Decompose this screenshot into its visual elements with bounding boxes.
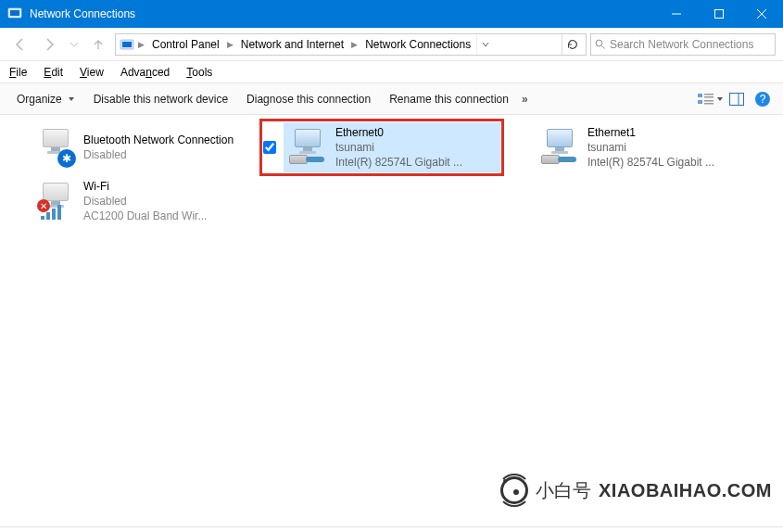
maximize-button[interactable] — [698, 0, 740, 28]
address-row: ▶ Control Panel ▶ Network and Internet ▶… — [0, 28, 783, 61]
connection-device: Intel(R) 82574L Gigabit ... — [335, 155, 462, 170]
organize-button[interactable]: Organize — [7, 89, 84, 109]
svg-rect-12 — [704, 96, 714, 98]
connection-item-bluetooth[interactable]: ✱ Bluetooth Network Connection Disabled — [9, 120, 250, 174]
status-bar: 4 items 1 item selected — [0, 526, 783, 532]
disable-device-button[interactable]: Disable this network device — [84, 89, 237, 109]
menu-tools[interactable]: Tools — [184, 64, 214, 81]
title-bar: Network Connections — [0, 0, 783, 28]
connection-status: Disabled — [83, 194, 207, 209]
svg-rect-11 — [704, 94, 714, 95]
view-options-button[interactable] — [698, 86, 724, 112]
connection-item-wifi[interactable]: ✕ Wi-Fi Disabled AC1200 Dual Band Wir... — [9, 174, 250, 228]
connection-status: tsunami — [335, 140, 462, 155]
nav-history-button[interactable] — [67, 32, 82, 57]
breadcrumb-item[interactable]: Network and Internet — [237, 34, 347, 55]
address-bar[interactable]: ▶ Control Panel ▶ Network and Internet ▶… — [115, 33, 587, 56]
nav-back-button[interactable] — [7, 32, 33, 57]
svg-point-8 — [596, 40, 602, 46]
refresh-button[interactable] — [562, 34, 582, 55]
connection-name: Ethernet1 — [587, 125, 714, 140]
chevron-right-icon[interactable]: ▶ — [136, 40, 146, 49]
svg-rect-15 — [704, 103, 714, 105]
connections-list: ✱ Bluetooth Network Connection Disabled … — [0, 115, 783, 526]
window-app-icon — [7, 6, 22, 21]
menu-view[interactable]: View — [78, 64, 106, 81]
close-button[interactable] — [740, 0, 783, 28]
svg-rect-1 — [10, 10, 19, 16]
command-bar: Organize Disable this network device Dia… — [0, 83, 783, 115]
connection-status: tsunami — [587, 140, 714, 155]
connection-device: AC1200 Dual Band Wir... — [83, 209, 207, 223]
connection-item-ethernet0[interactable]: Ethernet0 tsunami Intel(R) 82574L Gigabi… — [261, 120, 502, 174]
chevron-right-icon[interactable]: ▶ — [225, 40, 235, 49]
svg-rect-10 — [698, 94, 702, 97]
help-button[interactable]: ? — [750, 86, 776, 112]
svg-rect-3 — [715, 10, 724, 19]
rename-button[interactable]: Rename this connection — [380, 89, 518, 109]
connection-name: Bluetooth Network Connection — [83, 133, 234, 147]
connection-item-ethernet1[interactable]: Ethernet1 tsunami Intel(R) 82574L Gigabi… — [513, 120, 754, 174]
connection-status: Disabled — [83, 147, 234, 162]
location-icon — [120, 37, 134, 52]
search-icon — [595, 39, 606, 50]
nav-up-button[interactable] — [85, 32, 111, 57]
address-dropdown-button[interactable] — [476, 34, 493, 55]
chevron-right-icon[interactable]: ▶ — [349, 40, 360, 49]
menu-bar: File Edit View Advanced Tools — [0, 61, 783, 83]
ethernet-adapter-icon — [539, 127, 580, 168]
checkbox[interactable] — [263, 141, 276, 154]
search-placeholder: Search Network Connections — [610, 38, 753, 51]
svg-rect-13 — [698, 100, 702, 104]
toolbar-overflow-button[interactable]: » — [518, 93, 532, 106]
svg-line-9 — [602, 45, 605, 48]
connection-device: Intel(R) 82574L Gigabit ... — [587, 155, 714, 170]
nav-forward-button[interactable] — [37, 32, 63, 57]
ethernet-adapter-icon — [287, 127, 328, 168]
menu-file[interactable]: File — [7, 64, 29, 81]
search-input[interactable]: Search Network Connections — [590, 33, 776, 56]
svg-rect-14 — [704, 100, 714, 102]
connection-name: Wi-Fi — [83, 179, 207, 194]
preview-pane-button[interactable] — [724, 86, 750, 112]
svg-rect-16 — [730, 93, 744, 105]
svg-text:?: ? — [760, 93, 766, 106]
wifi-adapter-icon: ✕ — [35, 181, 76, 222]
breadcrumb-item[interactable]: Network Connections — [361, 34, 474, 55]
svg-rect-7 — [122, 42, 132, 47]
menu-edit[interactable]: Edit — [42, 64, 65, 81]
diagnose-button[interactable]: Diagnose this connection — [237, 89, 380, 109]
breadcrumb-item[interactable]: Control Panel — [148, 34, 223, 55]
bluetooth-adapter-icon: ✱ — [35, 127, 76, 168]
menu-advanced[interactable]: Advanced — [119, 64, 171, 81]
connection-name: Ethernet0 — [335, 125, 462, 140]
minimize-button[interactable] — [655, 0, 698, 28]
window-title: Network Connections — [30, 7, 655, 20]
